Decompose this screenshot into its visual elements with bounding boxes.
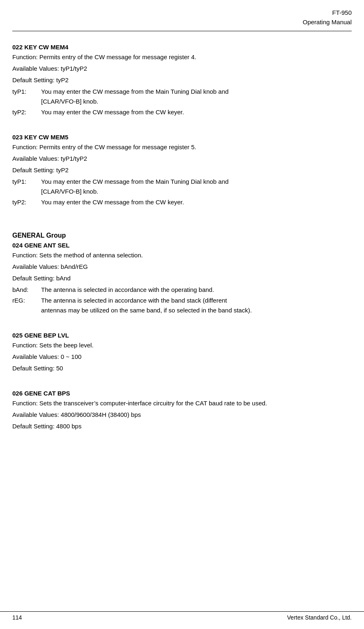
section-024-reg-text: The antenna is selected in accordance wi… [41,296,352,305]
page: FT-950 Operating Manual 022 KEY CW MEM4 … [0,0,364,629]
spacer-2 [12,215,352,224]
section-022: 022 KEY CW MEM4 Function: Permits entry … [12,44,352,117]
footer-company: Vertex Standard Co., Ltd. [287,614,352,621]
section-022-default: Default Setting: tyP2 [12,75,352,85]
page-footer: 114 Vertex Standard Co., Ltd. [0,611,364,621]
section-026-default: Default Setting: 4800 bps [12,421,352,431]
section-023-function: Function: Permits entry of the CW messag… [12,142,352,152]
section-023-available: Available Values: tyP1/tyP2 [12,154,352,164]
section-024: 024 GENE ANT SEL Function: Sets the meth… [12,242,352,315]
section-023-typ1-text: You may enter the CW message from the Ma… [41,177,352,187]
section-022-typ1-line: tyP1: You may enter the CW message from … [12,87,352,106]
section-024-default: Default Setting: bAnd [12,273,352,283]
spacer-1 [12,125,352,134]
footer-page-number: 114 [12,614,22,621]
section-024-reg-content: The antenna is selected in accordance wi… [41,296,352,315]
header-line2: Operating Manual [12,18,352,27]
section-025-default: Default Setting: 50 [12,363,352,373]
spacer-4 [12,324,352,332]
section-023-typ1-content: You may enter the CW message from the Ma… [41,177,352,197]
spacer-3 [12,224,352,232]
section-023-typ2-label: tyP2: [12,197,41,207]
section-026-title: 026 GENE CAT BPS [12,390,352,397]
section-022-function: Function: Permits entry of the CW messag… [12,52,352,62]
section-026: 026 GENE CAT BPS Function: Sets the tran… [12,390,352,431]
section-026-available: Available Values: 4800/9600/384H (38400)… [12,410,352,420]
section-025-function: Function: Sets the beep level. [12,340,352,350]
section-024-available: Available Values: bAnd/rEG [12,262,352,272]
section-024-title: 024 GENE ANT SEL [12,242,352,249]
section-022-typ2-line: tyP2: You may enter the CW message from … [12,107,352,117]
section-023-typ2-text: You may enter the CW message from the CW… [41,197,352,207]
section-025-title: 025 GENE BEP LVL [12,332,352,339]
section-022-typ1-content: You may enter the CW message from the Ma… [41,87,352,106]
section-022-typ2-label: tyP2: [12,107,41,117]
section-023-default: Default Setting: tyP2 [12,165,352,175]
section-026-function: Function: Sets the transceiver’s compute… [12,398,352,408]
general-group-title: GENERAL Group [12,232,352,239]
section-023-typ2-line: tyP2: You may enter the CW message from … [12,197,352,207]
section-023-typ1-line: tyP1: You may enter the CW message from … [12,177,352,197]
section-022-title: 022 KEY CW MEM4 [12,44,352,51]
section-024-band-text: The antenna is selected in accordance wi… [41,285,352,295]
section-023-title: 023 KEY CW MEM5 [12,134,352,141]
section-024-reg-label: rEG: [12,296,41,315]
section-023-typ1-cont: [CLAR/VFO-B] knob. [41,187,352,197]
section-024-band-line: bAnd: The antenna is selected in accorda… [12,285,352,295]
section-024-function: Function: Sets the method of antenna sel… [12,250,352,260]
section-024-band-label: bAnd: [12,285,41,295]
section-023: 023 KEY CW MEM5 Function: Permits entry … [12,134,352,207]
section-024-reg-line: rEG: The antenna is selected in accordan… [12,296,352,315]
section-022-typ1-text: You may enter the CW message from the Ma… [41,87,352,97]
section-025-available: Available Values: 0 ~ 100 [12,352,352,362]
section-023-typ1-label: tyP1: [12,177,41,197]
section-022-typ2-text: You may enter the CW message from the CW… [41,107,352,117]
page-header: FT-950 Operating Manual [12,8,352,31]
general-group: GENERAL Group 024 GENE ANT SEL Function:… [12,232,352,431]
section-022-available: Available Values: tyP1/tyP2 [12,64,352,74]
section-024-reg-cont: antennas may be utilized on the same ban… [41,305,352,315]
section-022-typ1-cont: [CLAR/VFO-B] knob. [41,97,352,106]
spacer-5 [12,382,352,390]
header-line1: FT-950 [12,8,352,18]
section-022-typ1-label: tyP1: [12,87,41,106]
section-025: 025 GENE BEP LVL Function: Sets the beep… [12,332,352,373]
